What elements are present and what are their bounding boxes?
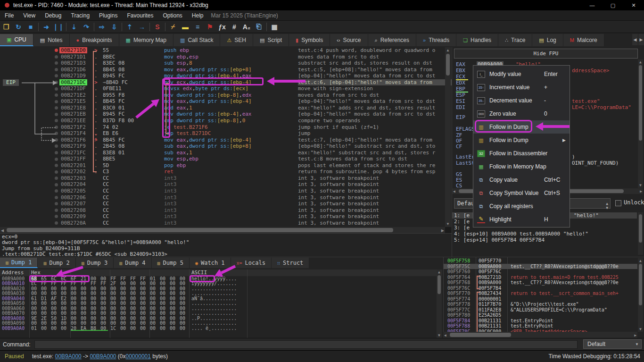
- dump-tab-dump-4[interactable]: ▥Dump 4: [114, 258, 151, 268]
- source-view-icon[interactable]: ⎗: [253, 22, 265, 32]
- minimize-button[interactable]: —: [582, 0, 603, 10]
- disasm-row[interactable]: 00B271FC.83E8 01sub eax,1eax:"hello!" su…: [0, 150, 452, 156]
- breakpoint-dot-cell[interactable]: [53, 181, 59, 188]
- dump-row[interactable]: 00B9A07000000000000000000000000000000000…: [0, 311, 442, 316]
- stack-row[interactable]: 00F5F75800F5F770: [444, 258, 637, 264]
- menu-item-decrement-value[interactable]: 35↓Decrement value-: [473, 94, 570, 107]
- status-address-link[interactable]: 00B9A000: [55, 353, 82, 360]
- menu-item-follow-in-disassembler[interactable]: 32Follow in Disassembler: [473, 147, 570, 160]
- run-icon[interactable]: ➜: [40, 22, 52, 32]
- disasm-hscrollbar[interactable]: ◀ ▶: [0, 227, 445, 233]
- menu-item-options[interactable]: Options: [158, 10, 187, 21]
- patch-icon[interactable]: ⌿: [167, 22, 179, 32]
- disasm-row[interactable]: 00B271D3.83EC 08sub esp,8substract src a…: [0, 60, 452, 67]
- tab-symbols[interactable]: ▮Symbols: [289, 34, 330, 46]
- bookmark-icon[interactable]: ⚑: [204, 22, 216, 32]
- hash-icon[interactable]: #: [228, 22, 240, 32]
- disasm-row[interactable]: 00B27201.5Dpop ebppops last element of s…: [0, 162, 452, 169]
- dump-tab-locals[interactable]: x=Locals: [231, 258, 272, 268]
- tab-cpu[interactable]: ▣CPU: [0, 34, 33, 46]
- execute-till-return-icon[interactable]: ⇡: [124, 22, 136, 32]
- stack-row[interactable]: 00F5F76C00F5F7B4: [444, 286, 637, 291]
- disasm-row[interactable]: 00B271F6>8B45 FCmov eax,dword ptr ss:[eb…: [0, 137, 452, 143]
- scroll-up-icon[interactable]: ▲: [445, 48, 451, 52]
- menu-item-tracing[interactable]: Tracing: [66, 10, 95, 21]
- args-vscrollbar[interactable]: [638, 212, 643, 255]
- menu-item-help[interactable]: Help: [187, 10, 208, 21]
- stack-row[interactable]: 00F5F77000B27434return to test.__scrt_co…: [444, 291, 637, 296]
- menu-item-modify-value[interactable]: I_Modify valueEnter: [473, 67, 570, 81]
- run-to-user-code-icon[interactable]: →: [136, 22, 148, 32]
- registers-vscrollbar[interactable]: ▲ ▼: [638, 59, 643, 188]
- tab-call-stack[interactable]: ▥Call Stack: [173, 34, 220, 46]
- pause-icon[interactable]: ❘❘: [52, 22, 65, 32]
- menu-item-copy-symbol-value[interactable]: ⧉Copy Symbol ValueCtrl+S: [473, 186, 570, 200]
- scroll-left-icon[interactable]: ◀: [1, 228, 4, 233]
- stop-icon[interactable]: ■: [25, 22, 37, 32]
- disasm-row[interactable]: 00B27203CCint3int 3, software breakpoint: [0, 175, 452, 182]
- maximize-button[interactable]: ▢: [603, 0, 623, 10]
- function-icon[interactable]: ƒx: [216, 22, 228, 32]
- tab-trace[interactable]: ∴Trace: [498, 34, 532, 46]
- font-icon[interactable]: A₂: [240, 22, 253, 32]
- trace-over-icon[interactable]: ⇩: [108, 22, 120, 32]
- menu-item-follow-in-memory-map[interactable]: ▦Follow in Memory Map: [473, 160, 570, 173]
- scroll-right-icon[interactable]: ▶: [634, 333, 636, 337]
- dump-tab-struct[interactable]: ∷Struct: [272, 258, 309, 268]
- stack-row[interactable]: 00F5F75C00B9A000test.__CT??_R0?AVexcepti…: [444, 264, 637, 269]
- scroll-down-icon[interactable]: ▼: [445, 222, 451, 226]
- breakpoint-dot-cell[interactable]: [53, 220, 59, 227]
- stack-row[interactable]: 00F5F77C011FA2E8&"ALLUSERSPROFILE=C:\\Pr…: [444, 307, 637, 313]
- breakpoint-dot-cell[interactable]: [53, 118, 59, 124]
- status-address-link[interactable]: 00B9A000: [90, 353, 116, 360]
- disassembly-pane[interactable]: 00B271D0>55push ebptest.c:4 push word, d…: [0, 47, 452, 227]
- menu-item-zero-value[interactable]: 000Zero value0: [473, 107, 570, 120]
- breakpoint-dot-cell[interactable]: [53, 201, 59, 207]
- disasm-row[interactable]: 00B271E2.8955 F8mov dword ptr ss:[ebp-8]…: [0, 92, 452, 99]
- tab-malcore[interactable]: MMalcore: [563, 34, 604, 46]
- menu-item-follow-in-dump[interactable]: ▥Follow in Dump: [473, 120, 570, 134]
- tab-source[interactable]: ‹›Source: [330, 34, 368, 46]
- tab-scroll-right-icon[interactable]: ▶: [638, 34, 644, 45]
- dump-vscrollbar[interactable]: ▲ ▼: [437, 269, 442, 338]
- breakpoint-dot-cell[interactable]: [53, 213, 59, 220]
- breakpoint-dot-cell[interactable]: [53, 156, 59, 162]
- disasm-row[interactable]: 00B271E8.83C0 01add eax,1eax:"hello!" ad…: [0, 105, 452, 111]
- disasm-row[interactable]: 00B271D0>55push ebptest.c:4 push word, d…: [0, 47, 452, 54]
- disasm-row[interactable]: 00B271F4. ⌃EB E6jmp test.B271DCjump: [0, 130, 452, 137]
- breakpoint-dot-cell[interactable]: [53, 143, 59, 150]
- scroll-up-icon[interactable]: ▲: [437, 270, 442, 274]
- disasm-row[interactable]: 00B271FF.8BE5mov esp,ebptest.c:8 moves d…: [0, 156, 452, 162]
- breakpoint-dot-cell[interactable]: [53, 54, 59, 60]
- breakpoint-dot-cell[interactable]: [53, 85, 59, 92]
- disasm-vscrollbar[interactable]: ▲ ▼: [445, 47, 451, 227]
- stack-pane[interactable]: 00F5F75800F5F77000F5F75C00B9A000test.__C…: [443, 257, 637, 332]
- breakpoint-dot-cell[interactable]: [53, 47, 59, 54]
- menu-item-follow-in-dump[interactable]: ▥Follow in Dump▶: [473, 134, 570, 147]
- tab-references[interactable]: ⌕References: [368, 34, 417, 46]
- disasm-row[interactable]: 00B271E5.8B45 FCmov eax,dword ptr ss:[eb…: [0, 98, 452, 105]
- scroll-up-icon[interactable]: ▲: [638, 259, 643, 263]
- disasm-row[interactable]: 00B27202.C3retreturn from subroutine. po…: [0, 168, 452, 175]
- scroll-left-icon[interactable]: ◀: [453, 189, 455, 194]
- tab-breakpoints[interactable]: ●Breakpoints: [70, 34, 119, 46]
- stack-hscrollbar[interactable]: ◀ ▶: [443, 332, 637, 338]
- stack-row[interactable]: 00F5F76800B9A000test.__CT??_R0?AVexcepti…: [444, 280, 637, 286]
- breakpoint-dot-cell[interactable]: [53, 67, 59, 73]
- scroll-down-icon[interactable]: ▼: [437, 333, 442, 337]
- status-address-link[interactable]: 00000001: [126, 353, 151, 360]
- scroll-left-icon[interactable]: ◀: [444, 333, 446, 337]
- disasm-row[interactable]: 00B271D9.8945 FCmov dword ptr ss:[ebp-4]…: [0, 73, 452, 79]
- label-icon[interactable]: ≡: [191, 22, 204, 32]
- step-into-icon[interactable]: ⇣: [68, 22, 80, 32]
- disasm-row[interactable]: 00B27209CCint3int 3, software breakpoint: [0, 213, 452, 220]
- calculator-icon[interactable]: ▦: [268, 22, 281, 32]
- menu-item-favourites[interactable]: Favourites: [122, 10, 158, 21]
- menu-item-file[interactable]: File: [0, 10, 18, 21]
- trace-into-icon[interactable]: ⇨: [96, 22, 108, 32]
- argument-row[interactable]: 4: [esp+10] 00B9A000 test.00B9A000 "hell…: [452, 231, 637, 237]
- restart-icon[interactable]: ↻: [12, 22, 25, 32]
- dump-row[interactable]: 00B9A0A00100000020EAB8001C00000000000000…: [0, 326, 442, 331]
- menu-item-copy-value[interactable]: ⧉Copy valueCtrl+C: [473, 173, 570, 186]
- breakpoint-dot-cell[interactable]: [53, 105, 59, 111]
